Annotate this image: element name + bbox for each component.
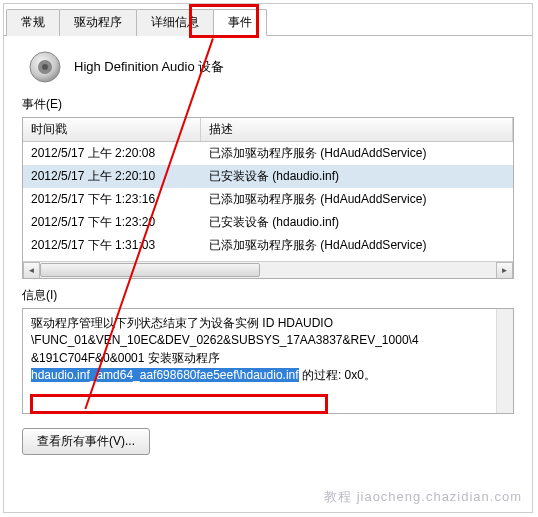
scroll-left-icon[interactable]: ◄ xyxy=(23,262,40,279)
device-title: High Definition Audio 设备 xyxy=(74,58,224,76)
info-line: \FUNC_01&VEN_10EC&DEV_0262&SUBSYS_17AA38… xyxy=(31,332,505,349)
info-line: hdaudio.inf_amd64_aaf698680fae5eef\hdaud… xyxy=(31,367,505,384)
info-highlight: hdaudio.inf_amd64_aaf698680fae5eef\hdaud… xyxy=(31,368,299,382)
info-text: 的过程: 0x0。 xyxy=(299,368,376,382)
tab-label: 常规 xyxy=(21,15,45,29)
table-row[interactable]: 2012/5/17 下午 1:23:20 已安装设备 (hdaudio.inf) xyxy=(23,211,513,234)
tab-label: 详细信息 xyxy=(151,15,199,29)
tab-details[interactable]: 详细信息 xyxy=(136,9,214,36)
horizontal-scrollbar[interactable]: ◄ ► xyxy=(23,261,513,278)
watermark: 教程 jiaocheng.chazidian.com xyxy=(324,488,522,506)
cell-time: 2012/5/17 下午 1:31:03 xyxy=(23,235,201,256)
cell-time: 2012/5/17 下午 1:23:20 xyxy=(23,212,201,233)
table-header: 时间戳 描述 xyxy=(23,118,513,142)
tab-label: 驱动程序 xyxy=(74,15,122,29)
events-table: 时间戳 描述 2012/5/17 上午 2:20:08 已添加驱动程序服务 (H… xyxy=(22,117,514,279)
cell-desc: 已安装设备 (hdaudio.inf) xyxy=(201,212,513,233)
cell-desc: 已安装设备 (hdaudio.inf) xyxy=(201,166,513,187)
device-header: High Definition Audio 设备 xyxy=(22,50,514,84)
tab-driver[interactable]: 驱动程序 xyxy=(59,9,137,36)
table-row[interactable]: 2012/5/17 下午 1:23:16 已添加驱动程序服务 (HdAudAdd… xyxy=(23,188,513,211)
scroll-track[interactable] xyxy=(40,262,496,279)
tab-bar: 常规 驱动程序 详细信息 事件 xyxy=(4,4,532,36)
table-row[interactable]: 2012/5/17 下午 1:31:03 已添加驱动程序服务 (HdAudAdd… xyxy=(23,234,513,257)
svg-point-2 xyxy=(42,64,48,70)
cell-time: 2012/5/17 下午 1:23:16 xyxy=(23,189,201,210)
cell-time: 2012/5/17 上午 2:20:10 xyxy=(23,166,201,187)
view-all-events-button[interactable]: 查看所有事件(V)... xyxy=(22,428,150,455)
scroll-thumb[interactable] xyxy=(40,263,260,277)
info-line: &191C704F&0&0001 安装驱动程序 xyxy=(31,350,505,367)
info-line: 驱动程序管理以下列状态结束了为设备实例 ID HDAUDIO xyxy=(31,315,505,332)
scroll-right-icon[interactable]: ► xyxy=(496,262,513,279)
events-label: 事件(E) xyxy=(22,96,514,113)
properties-window: 常规 驱动程序 详细信息 事件 xyxy=(3,3,533,513)
cell-desc: 已添加驱动程序服务 (HdAudAddService) xyxy=(201,189,513,210)
info-textbox[interactable]: 驱动程序管理以下列状态结束了为设备实例 ID HDAUDIO \FUNC_01&… xyxy=(22,308,514,414)
cell-desc: 已添加驱动程序服务 (HdAudAddService) xyxy=(201,143,513,164)
cell-time: 2012/5/17 上午 2:20:08 xyxy=(23,143,201,164)
vertical-scrollbar[interactable] xyxy=(496,309,513,413)
info-text: &191C704F&0&0001 安装驱动程序 xyxy=(31,351,220,365)
table-row[interactable]: 2012/5/17 上午 2:20:10 已安装设备 (hdaudio.inf) xyxy=(23,165,513,188)
button-row: 查看所有事件(V)... xyxy=(22,428,514,455)
info-label: 信息(I) xyxy=(22,287,514,304)
tab-content: High Definition Audio 设备 事件(E) 时间戳 描述 20… xyxy=(4,36,532,469)
tab-label: 事件 xyxy=(228,15,252,29)
cell-desc: 已添加驱动程序服务 (HdAudAddService) xyxy=(201,235,513,256)
tab-events[interactable]: 事件 xyxy=(213,9,267,36)
column-header-time[interactable]: 时间戳 xyxy=(23,118,201,141)
speaker-icon xyxy=(28,50,62,84)
column-header-desc[interactable]: 描述 xyxy=(201,118,513,141)
tab-general[interactable]: 常规 xyxy=(6,9,60,36)
table-row[interactable]: 2012/5/17 上午 2:20:08 已添加驱动程序服务 (HdAudAdd… xyxy=(23,142,513,165)
table-body[interactable]: 2012/5/17 上午 2:20:08 已添加驱动程序服务 (HdAudAdd… xyxy=(23,142,513,262)
